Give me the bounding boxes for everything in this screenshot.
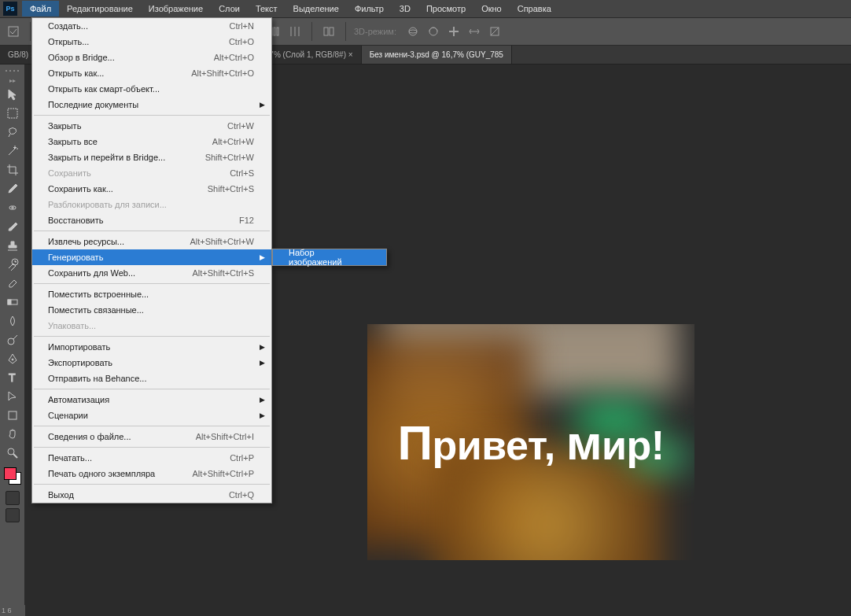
menu-item-5[interactable]: Последние документы▶: [32, 97, 271, 113]
healing-tool-icon[interactable]: [0, 198, 24, 217]
menu-item-16[interactable]: Генерировать▶: [32, 249, 271, 265]
move-tool-icon[interactable]: [0, 85, 24, 104]
eraser-tool-icon[interactable]: [0, 274, 24, 293]
menu-item-3[interactable]: Открыть как...Alt+Shift+Ctrl+O: [32, 65, 271, 81]
distribute-right-icon[interactable]: [286, 23, 304, 40]
menu-справка[interactable]: Справка: [510, 1, 559, 17]
mode-label: 3D-режим:: [354, 27, 396, 36]
menu-item-23[interactable]: Импортировать▶: [32, 339, 271, 355]
eyedropper-tool-icon[interactable]: [0, 179, 24, 198]
menu-текст[interactable]: Текст: [248, 1, 286, 17]
crop-tool-icon[interactable]: [0, 160, 24, 179]
menu-редактирование[interactable]: Редактирование: [59, 1, 141, 17]
menu-просмотр[interactable]: Просмотр: [418, 1, 473, 17]
lasso-tool-icon[interactable]: [0, 123, 24, 142]
svg-rect-44: [8, 109, 17, 118]
app-logo: Ps: [3, 2, 17, 16]
screenmode-icon[interactable]: [6, 508, 20, 522]
scale-icon[interactable]: [486, 23, 503, 40]
toolbox: ▸▸ T: [0, 65, 25, 616]
svg-rect-33: [277, 28, 278, 35]
svg-text:T: T: [9, 371, 16, 384]
submenu-item-imageset[interactable]: Набор изображений: [273, 249, 386, 265]
history-brush-icon[interactable]: [0, 255, 24, 274]
blur-tool-icon[interactable]: [0, 312, 24, 330]
menu-item-17[interactable]: Сохранить для Web...Alt+Shift+Ctrl+S: [32, 265, 271, 281]
canvas-image: Привет, мир!: [367, 324, 694, 560]
menu-изображение[interactable]: Изображение: [141, 1, 211, 17]
tool-preset-icon[interactable]: [5, 23, 22, 40]
menu-item-0[interactable]: Создать...Ctrl+N: [32, 18, 271, 34]
menu-item-32[interactable]: Печатать...Ctrl+P: [32, 450, 271, 466]
menu-item-35[interactable]: ВыходCtrl+Q: [32, 487, 271, 503]
menu-item-21: Упаковать...: [32, 318, 271, 334]
generate-submenu: Набор изображений: [272, 249, 387, 266]
menu-item-13[interactable]: ВосстановитьF12: [32, 212, 271, 228]
menu-item-27[interactable]: Автоматизация▶: [32, 392, 271, 408]
menu-item-8[interactable]: Закрыть всеAlt+Ctrl+W: [32, 134, 271, 149]
document-tab[interactable]: Без имени-3.psd @ 16,7% (GUY_785: [362, 46, 512, 64]
pen-tool-icon[interactable]: [0, 349, 24, 368]
menu-item-33[interactable]: Печать одного экземпляраAlt+Shift+Ctrl+P: [32, 466, 271, 481]
brush-tool-icon[interactable]: [0, 217, 24, 236]
auto-align-icon[interactable]: [320, 23, 337, 40]
menu-item-25[interactable]: Отправить на Behance...: [32, 371, 271, 386]
svg-line-58: [13, 454, 17, 458]
menu-item-28[interactable]: Сценарии▶: [32, 408, 271, 423]
svg-rect-32: [274, 28, 275, 35]
menu-item-15[interactable]: Извлечь ресурсы...Alt+Shift+Ctrl+W: [32, 234, 271, 249]
type-tool-icon[interactable]: T: [0, 368, 24, 387]
wand-tool-icon[interactable]: [0, 142, 24, 160]
path-select-icon[interactable]: [0, 387, 24, 406]
roll-icon[interactable]: [425, 23, 442, 40]
orbit-icon[interactable]: [404, 23, 422, 40]
menu-фильтр[interactable]: Фильтр: [347, 1, 392, 17]
menu-item-24[interactable]: Экспортировать▶: [32, 355, 271, 371]
menu-файл[interactable]: Файл: [22, 1, 59, 17]
menu-item-30[interactable]: Сведения о файле...Alt+Shift+Ctrl+I: [32, 429, 271, 444]
svg-point-57: [8, 448, 14, 455]
marquee-tool-icon[interactable]: [0, 104, 24, 123]
menu-слои[interactable]: Слои: [211, 1, 248, 17]
canvas-text-layer: Привет, мир!: [367, 324, 694, 560]
3d-mode-group: [404, 23, 503, 40]
pan-icon[interactable]: [445, 23, 462, 40]
svg-line-43: [491, 28, 499, 35]
menu-item-1[interactable]: Открыть...Ctrl+O: [32, 34, 271, 50]
menu-item-2[interactable]: Обзор в Bridge...Alt+Ctrl+O: [32, 50, 271, 65]
svg-point-52: [8, 338, 14, 345]
menu-item-7[interactable]: ЗакрытьCtrl+W: [32, 118, 271, 134]
svg-point-54: [12, 359, 13, 360]
menu-item-11[interactable]: Сохранить как...Shift+Ctrl+S: [32, 181, 271, 197]
collapse-icon[interactable]: ▸▸: [0, 76, 24, 85]
file-menu-dropdown: Создать...Ctrl+NОткрыть...Ctrl+OОбзор в …: [31, 17, 272, 503]
status-zoom: 1 6: [0, 605, 25, 616]
hand-tool-icon[interactable]: [0, 425, 24, 444]
menu-item-19[interactable]: Поместить встроенные...: [32, 286, 271, 302]
menu-3d[interactable]: 3D: [392, 1, 418, 17]
toolbox-handle[interactable]: [0, 68, 24, 76]
menu-item-10: СохранитьCtrl+S: [32, 165, 271, 181]
color-swatch[interactable]: [4, 467, 21, 485]
menu-выделение[interactable]: Выделение: [286, 1, 347, 17]
zoom-tool-icon[interactable]: [0, 444, 24, 463]
svg-point-40: [409, 30, 417, 33]
menu-окно[interactable]: Окно: [473, 1, 510, 17]
quickmask-icon[interactable]: [6, 491, 20, 505]
menu-item-4[interactable]: Открыть как смарт-объект...: [32, 81, 271, 97]
slide-icon[interactable]: [466, 23, 483, 40]
menu-item-9[interactable]: Закрыть и перейти в Bridge...Shift+Ctrl+…: [32, 149, 271, 165]
svg-rect-0: [9, 27, 18, 36]
gradient-tool-icon[interactable]: [0, 293, 24, 312]
menubar: Ps ФайлРедактированиеИзображениеСлоиТекс…: [0, 0, 851, 17]
shape-tool-icon[interactable]: [0, 406, 24, 425]
svg-line-53: [13, 335, 17, 339]
svg-rect-37: [324, 28, 328, 35]
svg-point-39: [409, 28, 417, 35]
dodge-tool-icon[interactable]: [0, 330, 24, 349]
svg-rect-56: [9, 411, 17, 419]
fg-color[interactable]: [4, 467, 17, 480]
stamp-tool-icon[interactable]: [0, 236, 24, 255]
menu-item-20[interactable]: Поместить связанные...: [32, 302, 271, 318]
svg-rect-51: [8, 300, 11, 304]
